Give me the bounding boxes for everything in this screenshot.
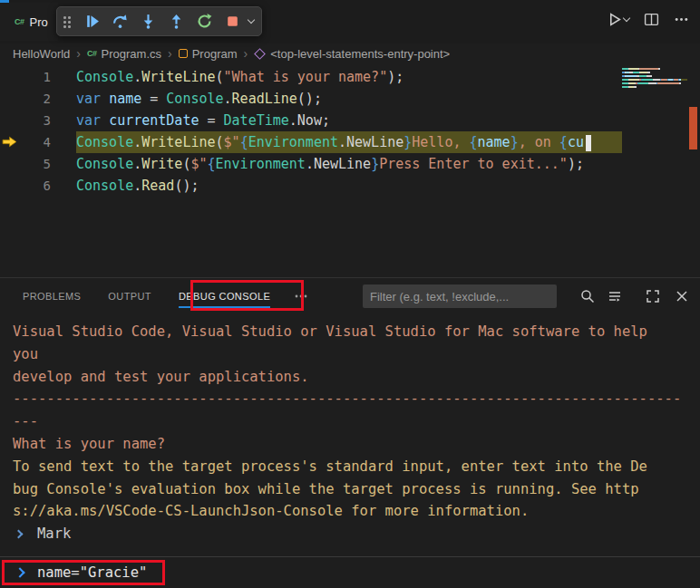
code-line-6[interactable]: 6Console.Read();	[0, 175, 700, 197]
chevron-right-icon	[15, 567, 24, 577]
console-line: bug Console's evaluation box while the t…	[13, 478, 700, 501]
step-over-icon	[112, 14, 128, 29]
gutter[interactable]: 5	[0, 153, 76, 175]
gutter[interactable]: 4	[0, 131, 76, 153]
drag-grip-icon[interactable]	[63, 15, 72, 27]
console-text: s://aka.ms/VSCode-CS-LaunchJson-Console …	[13, 503, 529, 519]
console-text: develop and test your applications.	[13, 369, 309, 385]
chevron-right-icon	[15, 530, 24, 539]
breadcrumb-item[interactable]: Program	[179, 47, 238, 61]
text-cursor	[586, 135, 591, 151]
console-line: ---	[13, 410, 700, 433]
debug-console-input[interactable]	[37, 564, 491, 581]
chevron-right-icon: ›	[168, 46, 172, 61]
split-editor-icon	[644, 12, 659, 27]
code-editor[interactable]: 1Console.WriteLine("What is your name?")…	[0, 63, 700, 277]
continue-button[interactable]	[78, 9, 106, 34]
breadcrumb-item[interactable]: HelloWorld	[13, 47, 70, 61]
breadcrumb-label: <top-level-statements-entry-point>	[270, 47, 450, 61]
ellipsis-icon	[294, 289, 308, 304]
panel-tab-problems[interactable]: PROBLEMS	[23, 279, 81, 313]
breadcrumb-label: Program.cs	[102, 47, 161, 61]
console-line: Visual Studio Code, Visual Studio or Vis…	[13, 321, 700, 343]
stop-button[interactable]	[219, 9, 247, 34]
method-symbol-icon	[254, 48, 266, 60]
console-line: you	[13, 343, 700, 366]
panel-tab-debug-console[interactable]: DEBUG CONSOLE	[179, 279, 270, 313]
code-line-5[interactable]: 5Console.Write($"{Environment.NewLine}Pr…	[0, 153, 700, 175]
play-icon	[607, 12, 622, 27]
console-filter-input[interactable]	[363, 284, 557, 308]
console-text: you	[13, 346, 38, 362]
line-number: 2	[44, 88, 51, 110]
code-text: Console.Write($"{Environment.NewLine}Pre…	[76, 153, 700, 175]
word-wrap-icon[interactable]	[608, 289, 622, 304]
minimap-line	[622, 68, 687, 70]
console-line: What is your name?	[13, 433, 700, 456]
code-line-2[interactable]: 2var name = Console.ReadLine();	[0, 88, 700, 110]
line-number: 4	[44, 131, 51, 153]
chevron-right-icon: ›	[76, 46, 81, 61]
restart-button[interactable]	[190, 9, 219, 34]
split-editor-button[interactable]	[644, 12, 659, 27]
gutter[interactable]: 1	[0, 66, 76, 88]
console-line: ----------------------------------------…	[13, 388, 700, 410]
breadcrumb-label: HelloWorld	[13, 47, 70, 61]
minimap[interactable]	[622, 63, 687, 277]
editor-tab-bar: C# Pro	[0, 0, 700, 43]
panel-header: PROBLEMSOUTPUTDEBUG CONSOLE	[0, 277, 700, 313]
code-text: var currentDate = DateTime.Now;	[76, 110, 700, 131]
panel-tab-output[interactable]: OUTPUT	[108, 279, 151, 313]
debug-toolbar[interactable]	[56, 6, 262, 36]
code-text: Console.Read();	[76, 175, 700, 197]
breadcrumb-label: Program	[192, 47, 238, 61]
minimap-line	[622, 75, 687, 77]
chevron-right-icon: ›	[244, 46, 248, 61]
class-symbol-icon	[179, 49, 188, 58]
console-line: develop and test your applications.	[13, 366, 700, 389]
close-panel-icon[interactable]	[675, 289, 689, 304]
gutter[interactable]: 3	[0, 110, 76, 131]
search-icon[interactable]	[580, 289, 595, 304]
more-actions-button[interactable]	[674, 12, 689, 27]
overview-ruler[interactable]	[687, 63, 700, 277]
stop-icon	[225, 14, 240, 29]
console-text: Mark	[37, 525, 71, 542]
vscode-window: C# Pro	[0, 0, 700, 588]
csharp-file-icon: C#	[87, 49, 97, 58]
console-text: bug Console's evaluation box while the t…	[13, 481, 639, 497]
run-or-debug-button[interactable]	[607, 12, 629, 27]
line-number: 6	[44, 175, 51, 197]
expand-panel-icon[interactable]	[646, 289, 660, 304]
continue-icon	[84, 14, 100, 29]
console-line: To send text to the target process's sta…	[13, 456, 700, 478]
code-line-3[interactable]: 3var currentDate = DateTime.Now;	[0, 110, 700, 131]
gutter[interactable]: 2	[0, 88, 76, 110]
line-number: 5	[44, 153, 51, 175]
tab-program-cs[interactable]: C# Pro	[0, 3, 58, 41]
restart-icon	[197, 14, 212, 29]
minimap-line	[622, 86, 687, 88]
console-line: Mark	[13, 523, 700, 545]
breadcrumb-item[interactable]: <top-level-statements-entry-point>	[254, 47, 450, 61]
chevron-down-icon[interactable]	[248, 15, 255, 23]
step-out-button[interactable]	[162, 9, 190, 34]
console-text: What is your name?	[13, 436, 165, 452]
console-text: ---	[13, 413, 38, 429]
panel-more-tabs-button[interactable]	[294, 289, 308, 304]
breadcrumb-item[interactable]: C#Program.cs	[87, 47, 161, 61]
minimap-line	[622, 72, 687, 73]
ellipsis-icon	[674, 12, 689, 27]
gutter[interactable]: 6	[0, 175, 76, 197]
step-over-button[interactable]	[106, 9, 134, 34]
code-line-1[interactable]: 1Console.WriteLine("What is your name?")…	[0, 66, 700, 88]
chevron-down-icon[interactable]	[623, 14, 630, 21]
current-line-marker	[689, 107, 697, 149]
code-line-4[interactable]: 4Console.WriteLine($"{Environment.NewLin…	[0, 131, 700, 153]
step-into-button[interactable]	[134, 9, 162, 34]
minimap-line	[622, 79, 687, 81]
line-number: 1	[44, 66, 51, 88]
debug-console-output: Visual Studio Code, Visual Studio or Vis…	[0, 313, 700, 556]
panel-tabs: PROBLEMSOUTPUTDEBUG CONSOLE	[23, 279, 270, 313]
console-text: ----------------------------------------…	[13, 390, 681, 407]
